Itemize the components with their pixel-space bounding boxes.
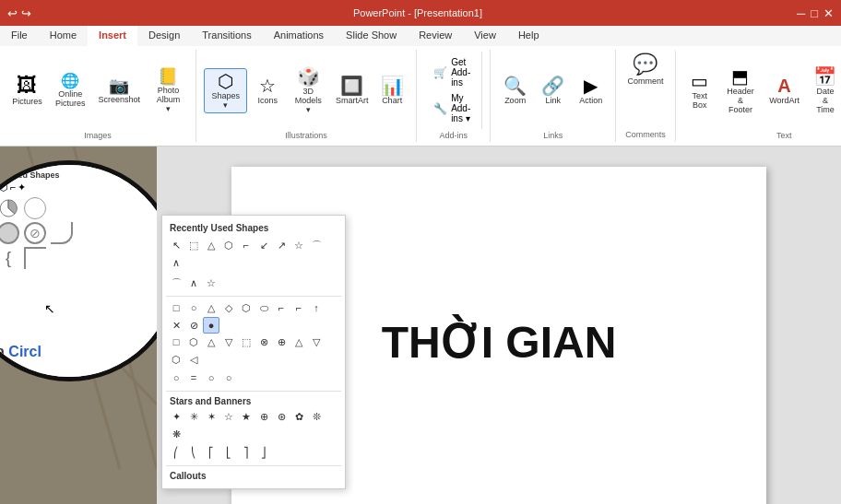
tab-file[interactable]: File [0,26,39,46]
recent-r2-1[interactable]: ⌒ [168,275,184,291]
btn-action[interactable]: ▶ Action [574,74,608,108]
tab-insert[interactable]: Insert [88,26,137,47]
bs-7[interactable]: ⌐ [273,299,290,316]
star2-6[interactable]: ⎦ [255,444,272,461]
bs2-4[interactable]: ▽ [220,334,237,350]
tab-help[interactable]: Help [507,26,551,46]
star-6[interactable]: ⊕ [255,408,272,425]
shape-pie[interactable] [0,197,19,219]
btn-3d-models[interactable]: 🎲 3DModels ▾ [288,64,328,117]
shape-hex[interactable]: ⬡ [0,182,8,193]
recent-shape-10[interactable]: ∧ [168,254,184,271]
btn-icons[interactable]: ☆ Icons [251,74,284,108]
shape-elbow[interactable]: ⌐ [10,182,16,193]
star-7[interactable]: ⊛ [273,408,290,425]
bs3-3[interactable]: ○ [203,369,219,386]
btn-smartart[interactable]: 🔲 SmartArt [332,74,372,108]
star-2[interactable]: ✳ [185,408,202,425]
btn-link[interactable]: 🔗 Link [536,74,570,108]
bs-9[interactable]: ↑ [308,299,325,316]
btn-header-footer[interactable]: ⬒ Header& Footer [720,64,761,117]
bs2-7[interactable]: ⊕ [273,334,290,350]
recent-r2-2[interactable]: ∧ [185,275,202,291]
bs2-3[interactable]: △ [203,334,219,350]
bs2-8[interactable]: △ [290,334,307,350]
bs2-1[interactable]: □ [168,334,184,350]
bs3-2[interactable]: = [185,369,202,386]
btn-date-time[interactable]: 📅 Date &Time [808,64,841,117]
recent-shape-3[interactable]: △ [203,237,219,253]
bs2-6[interactable]: ⊗ [255,334,272,350]
bs-10[interactable]: ✕ [168,317,184,334]
star2-1[interactable]: ⎛ [168,444,184,461]
tab-review[interactable]: Review [408,26,463,46]
bs3-1[interactable]: ○ [168,369,184,386]
bs-6[interactable]: ⬭ [255,299,272,316]
star2-3[interactable]: ⎡ [203,444,219,461]
btn-wordart[interactable]: A WordArt [764,74,804,108]
window-close[interactable]: ✕ [823,6,834,20]
recent-shape-2[interactable]: ⬚ [185,237,202,253]
tab-animations[interactable]: Animations [263,26,335,46]
bs-1[interactable]: □ [168,299,184,316]
quick-access-undo[interactable]: ↩ [7,6,18,20]
recent-r2-3[interactable]: ☆ [203,275,219,291]
btn-chart[interactable]: 📊 Chart [375,74,409,108]
shape-no-entry[interactable]: ⊘ [24,222,46,244]
btn-shapes[interactable]: ⬡ Shapes ▾ [204,68,247,113]
star-3[interactable]: ✶ [203,408,219,425]
star2-2[interactable]: ⎝ [185,444,202,461]
bs-5[interactable]: ⬡ [238,299,255,316]
btn-photo-album[interactable]: 📒 PhotoAlbum ▾ [148,65,188,116]
shape-brace[interactable]: { [0,247,19,269]
btn-textbox[interactable]: ▭ TextBox [683,69,717,112]
bs2-10[interactable]: ⬡ [168,351,184,368]
bs2-5[interactable]: ⬚ [238,334,255,350]
recent-shape-8[interactable]: ☆ [290,237,307,253]
btn-screenshot[interactable]: 📷 Screenshot [94,75,145,107]
bs2-2[interactable]: ⬡ [185,334,202,350]
star-8[interactable]: ✿ [290,408,307,425]
recent-shape-4[interactable]: ⬡ [220,237,237,253]
star2-5[interactable]: ⎤ [238,444,255,461]
tab-slideshow[interactable]: Slide Show [335,26,408,46]
tab-transitions[interactable]: Transitions [191,26,262,46]
shape-curve[interactable] [51,222,73,244]
star-5[interactable]: ★ [238,408,255,425]
quick-access-redo[interactable]: ↪ [21,6,31,20]
bs2-11[interactable]: ◁ [185,351,202,368]
bs2-9[interactable]: ▽ [308,334,325,350]
bs-2[interactable]: ○ [185,299,202,316]
bs-3[interactable]: △ [203,299,219,316]
bs3-4[interactable]: ○ [220,369,237,386]
btn-get-addins[interactable]: 🛒 Get Add-ins [430,55,476,89]
window-maximize[interactable]: □ [811,6,818,20]
tab-home[interactable]: Home [39,26,88,46]
tab-design[interactable]: Design [137,26,191,46]
bs-11[interactable]: ⊘ [185,317,202,334]
recent-shape-9[interactable]: ⌒ [308,237,325,253]
bs-8[interactable]: ⌐ [290,299,307,316]
star2-4[interactable]: ⎣ [220,444,237,461]
tab-view[interactable]: View [463,26,507,46]
shape-oval-outline[interactable] [24,197,46,219]
btn-online-pictures[interactable]: 🌐 OnlinePictures [51,71,90,111]
shape-circle-selected[interactable] [0,222,19,244]
bs-4[interactable]: ◇ [220,299,237,316]
star-4[interactable]: ☆ [220,408,237,425]
recent-shape-1[interactable]: ↖ [168,237,184,253]
recent-shape-5[interactable]: ⌐ [238,237,255,253]
btn-my-addins[interactable]: 🔧 My Add-ins ▾ [430,91,476,125]
btn-comment[interactable]: 💬 Comment Comments [616,50,676,142]
star-10[interactable]: ❋ [168,426,184,442]
star-1[interactable]: ✦ [168,408,184,425]
recent-shape-6[interactable]: ↙ [255,237,272,253]
window-minimize[interactable]: ─ [797,6,805,20]
btn-pictures[interactable]: 🖼 Pictures [7,73,47,109]
shape-bracket-corner[interactable] [24,247,46,269]
star-9[interactable]: ❊ [308,408,325,425]
recent-shape-7[interactable]: ↗ [273,237,290,253]
btn-zoom[interactable]: 🔍 Zoom [498,74,532,108]
bs-12-selected[interactable]: ● [203,317,219,334]
shape-star4[interactable]: ✦ [18,182,26,193]
